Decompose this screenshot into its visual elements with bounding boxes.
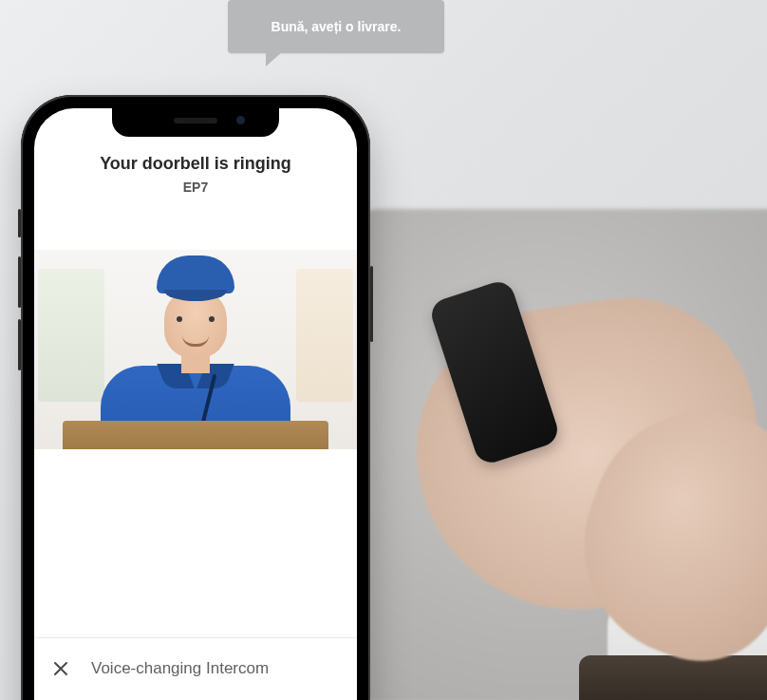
delivery-person-cap — [157, 255, 234, 293]
close-button[interactable] — [47, 655, 74, 682]
phone-mute-switch — [18, 209, 21, 237]
doorbell-app-screen: Your doorbell is ringing EP7 — [34, 108, 357, 700]
delivery-package — [63, 421, 328, 449]
phone-device-frame: Your doorbell is ringing EP7 — [21, 95, 370, 700]
close-icon — [53, 661, 68, 676]
phone-notch — [112, 108, 279, 137]
feed-background-left — [38, 269, 104, 402]
feed-background-right — [296, 269, 353, 402]
phone-screen: Your doorbell is ringing EP7 — [34, 108, 357, 700]
phone-power-button — [370, 266, 373, 342]
intercom-panel-title: Voice-changing Intercom — [91, 659, 269, 678]
intercom-panel-header: Voice-changing Intercom — [34, 638, 357, 699]
delivery-person-eyes — [177, 316, 215, 322]
speech-bubble-text: Bună, aveți o livrare. — [271, 19, 402, 34]
phone-volume-down — [18, 319, 21, 370]
doorbell-device-name: EP7 — [34, 180, 357, 195]
background-belt — [579, 655, 767, 700]
doorbell-title: Your doorbell is ringing — [34, 154, 357, 174]
doorbell-camera-feed[interactable] — [34, 250, 357, 449]
speech-bubble: Bună, aveți o livrare. — [228, 0, 444, 53]
phone-volume-up — [18, 256, 21, 308]
